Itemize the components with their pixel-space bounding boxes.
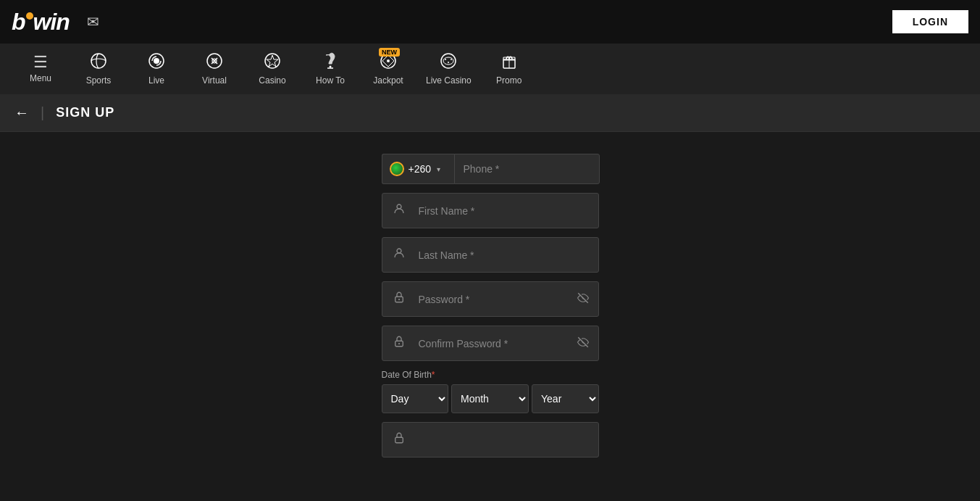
howto-label: How To bbox=[316, 75, 345, 86]
svg-point-13 bbox=[448, 62, 449, 63]
menu-label: Menu bbox=[30, 73, 51, 83]
partial-field bbox=[382, 422, 599, 457]
new-badge: NEW bbox=[379, 48, 400, 57]
livecasino-label: Live Casino bbox=[426, 75, 472, 86]
dob-label: Date Of Birth* bbox=[382, 370, 599, 380]
casino-label: Casino bbox=[259, 75, 285, 86]
first-name-field bbox=[382, 193, 599, 228]
dob-year-select[interactable]: Year 2006200019951990 1985198019751970 1… bbox=[532, 384, 599, 413]
dob-section: Date Of Birth* Day 12345 678910 11121314… bbox=[382, 370, 599, 413]
svg-point-19 bbox=[398, 299, 399, 300]
last-name-input[interactable] bbox=[413, 241, 598, 270]
svg-point-21 bbox=[398, 343, 399, 344]
svg-point-0 bbox=[91, 54, 106, 68]
jackpot-label: Jackpot bbox=[373, 75, 403, 86]
top-nav: bwin ✉ LOGIN bbox=[0, 0, 980, 44]
svg-point-11 bbox=[445, 59, 446, 60]
form-inner: +260 ▾ bbox=[382, 154, 599, 457]
svg-point-2 bbox=[154, 58, 159, 64]
country-select[interactable]: +260 ▾ bbox=[382, 154, 454, 184]
logo-dot bbox=[26, 12, 33, 20]
chevron-down-icon: ▾ bbox=[437, 165, 440, 173]
sidebar-item-menu[interactable]: ☰ Menu bbox=[12, 49, 70, 89]
logo: bwin bbox=[12, 9, 70, 36]
svg-point-12 bbox=[451, 59, 452, 60]
sports-label: Sports bbox=[86, 75, 112, 86]
sidebar-item-livecasino[interactable]: Live Casino bbox=[417, 46, 480, 91]
casino-icon bbox=[264, 52, 281, 73]
flag-icon bbox=[390, 162, 404, 176]
jackpot-icon-wrapper: NEW bbox=[380, 52, 397, 73]
password-input[interactable] bbox=[413, 285, 568, 314]
sidebar-item-howto[interactable]: How To bbox=[301, 46, 359, 91]
svg-point-16 bbox=[397, 204, 401, 209]
signup-form-area: +260 ▾ bbox=[0, 132, 980, 479]
svg-point-9 bbox=[387, 59, 390, 62]
virtual-icon bbox=[206, 52, 223, 73]
svg-point-6 bbox=[330, 66, 332, 68]
sidebar-item-casino[interactable]: Casino bbox=[243, 46, 301, 91]
virtual-label: Virtual bbox=[202, 75, 227, 86]
confirm-password-field bbox=[382, 326, 599, 361]
header-divider: | bbox=[41, 104, 44, 121]
mail-icon[interactable]: ✉ bbox=[87, 13, 99, 30]
person-icon-2 bbox=[382, 238, 413, 272]
livecasino-icon bbox=[440, 52, 457, 73]
phone-input[interactable] bbox=[454, 154, 600, 184]
svg-rect-22 bbox=[395, 437, 403, 443]
promo-label: Promo bbox=[496, 75, 522, 86]
password-toggle-icon[interactable] bbox=[568, 283, 598, 316]
last-name-field bbox=[382, 237, 599, 273]
dob-row: Day 12345 678910 1112131415 1617181920 2… bbox=[382, 384, 599, 413]
login-button[interactable]: LOGIN bbox=[892, 10, 968, 33]
sidebar-item-sports[interactable]: Sports bbox=[70, 46, 127, 91]
logo-text: bwin bbox=[12, 9, 70, 36]
live-icon bbox=[148, 52, 165, 73]
phone-row: +260 ▾ bbox=[382, 154, 599, 184]
first-name-input[interactable] bbox=[413, 196, 598, 225]
promo-icon bbox=[501, 52, 518, 73]
sidebar-item-virtual[interactable]: Virtual bbox=[185, 46, 243, 91]
svg-point-17 bbox=[397, 249, 401, 253]
howto-icon bbox=[322, 52, 339, 73]
lock-icon-2 bbox=[382, 326, 413, 360]
dob-required: * bbox=[432, 370, 435, 380]
confirm-password-toggle-icon[interactable] bbox=[568, 327, 598, 360]
sidebar-item-jackpot[interactable]: NEW Jackpot bbox=[359, 46, 417, 91]
signup-header: ← | SIGN UP bbox=[0, 94, 980, 132]
menu-icon: ☰ bbox=[33, 54, 48, 70]
country-code: +260 bbox=[409, 163, 432, 175]
page-title: SIGN UP bbox=[56, 105, 114, 120]
lock-icon bbox=[382, 282, 413, 316]
person-icon bbox=[382, 194, 413, 228]
dob-day-select[interactable]: Day 12345 678910 1112131415 1617181920 2… bbox=[382, 384, 449, 413]
back-arrow[interactable]: ← bbox=[14, 104, 29, 121]
live-label: Live bbox=[148, 75, 164, 86]
sports-icon bbox=[90, 52, 107, 73]
sidebar-item-promo[interactable]: Promo bbox=[480, 46, 538, 91]
password-field bbox=[382, 281, 599, 317]
sidebar-item-live[interactable]: Live bbox=[127, 46, 185, 91]
top-nav-left: bwin ✉ bbox=[12, 9, 99, 36]
bottom-nav: ☰ Menu Sports Live bbox=[0, 44, 980, 94]
partial-field-icon bbox=[393, 431, 406, 448]
confirm-password-input[interactable] bbox=[413, 329, 568, 358]
dob-month-select[interactable]: Month JanuaryFebruaryMarchApril MayJuneJ… bbox=[451, 384, 529, 413]
